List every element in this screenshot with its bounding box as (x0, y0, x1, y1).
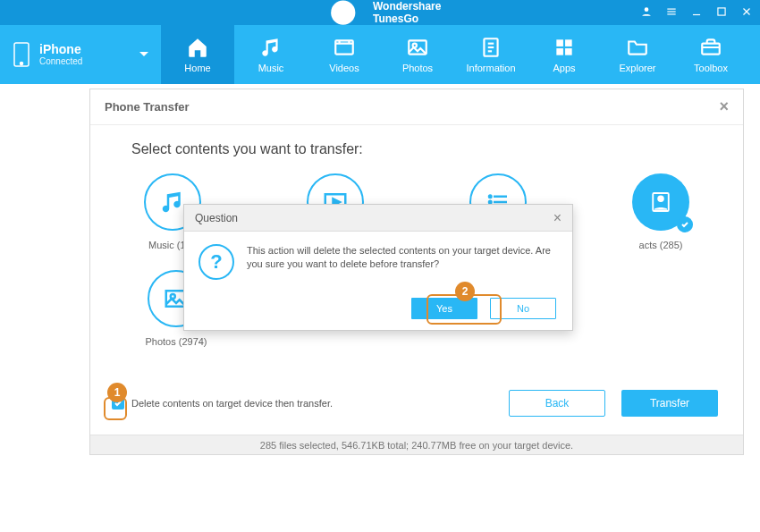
svg-point-10 (21, 63, 23, 65)
status-text: 285 files selected, 546.71KB total; 240.… (260, 440, 573, 451)
close-icon[interactable] (740, 5, 753, 21)
nav-home[interactable]: Home (161, 25, 234, 84)
nav-music[interactable]: Music (234, 25, 308, 84)
svg-point-28 (489, 201, 492, 204)
home-icon (186, 36, 209, 59)
status-bar: 285 files selected, 546.71KB total; 240.… (90, 435, 743, 454)
menu-icon[interactable] (665, 5, 678, 21)
svg-rect-18 (556, 39, 563, 46)
svg-point-27 (489, 196, 492, 198)
nav-label: Videos (329, 63, 359, 73)
check-badge-icon (677, 216, 693, 232)
nav-label: Apps (553, 63, 575, 73)
delete-before-transfer-option[interactable]: Delete contents on target device then tr… (112, 397, 333, 410)
delete-option-label: Delete contents on target device then tr… (131, 398, 333, 409)
nav-information[interactable]: Information (454, 25, 528, 84)
question-dialog: Question × ? This action will delete the… (183, 204, 573, 331)
chevron-down-icon (139, 50, 148, 59)
device-status: Connected (39, 56, 82, 66)
info-icon (479, 36, 502, 59)
minimize-icon[interactable] (690, 5, 703, 21)
nav-explorer[interactable]: Explorer (601, 25, 674, 84)
nav-apps[interactable]: Apps (528, 25, 601, 84)
phone-icon (13, 41, 30, 68)
category-label: Photos (2974) (145, 336, 207, 347)
app-logo-icon (319, 0, 367, 37)
transfer-button[interactable]: Transfer (621, 390, 718, 417)
music-icon (259, 36, 283, 59)
svg-point-1 (645, 7, 649, 12)
user-icon[interactable] (640, 5, 653, 21)
nav-label: Explorer (620, 63, 656, 73)
panel-title: Phone Transfer (105, 100, 190, 114)
panel-heading: Select contents you want to transfer: (131, 141, 702, 157)
maximize-icon[interactable] (715, 5, 728, 21)
svg-rect-19 (565, 39, 572, 46)
app-title-text: Wondershare TunesGo (373, 0, 441, 25)
no-button[interactable]: No (490, 298, 556, 319)
device-selector[interactable]: iPhone Connected (0, 25, 161, 84)
dialog-message: This action will delete the selected con… (247, 244, 558, 280)
svg-rect-2 (667, 8, 675, 9)
category-label: acts (285) (639, 240, 683, 250)
question-mark-icon: ? (198, 244, 234, 280)
dialog-title: Question (195, 212, 238, 224)
dialog-close-icon[interactable]: × (553, 210, 562, 226)
nav-label: Home (184, 63, 210, 73)
device-name: iPhone (39, 43, 82, 56)
folder-icon (626, 36, 649, 59)
svg-point-29 (657, 196, 664, 203)
nav-label: Music (258, 63, 284, 73)
svg-rect-6 (718, 7, 725, 14)
checkbox-checked-icon[interactable] (112, 397, 124, 410)
back-button[interactable]: Back (509, 390, 605, 417)
apps-icon (553, 36, 576, 59)
category-contacts[interactable]: acts (285) (620, 173, 702, 250)
nav-toolbox[interactable]: Toolbox (674, 25, 747, 84)
videos-icon (333, 36, 356, 59)
svg-rect-3 (667, 11, 675, 12)
svg-rect-21 (565, 48, 572, 55)
nav-label: Photos (402, 63, 433, 73)
nav-label: Toolbox (694, 63, 728, 73)
toolbox-icon (699, 36, 722, 59)
svg-rect-4 (667, 13, 675, 14)
contacts-category-icon (647, 189, 674, 215)
yes-button[interactable]: Yes (411, 298, 477, 319)
svg-rect-20 (556, 48, 563, 55)
panel-close-icon[interactable]: × (719, 97, 729, 116)
window-titlebar: Wondershare TunesGo (0, 0, 760, 25)
photos-icon (406, 36, 429, 59)
svg-rect-22 (702, 44, 720, 55)
nav-label: Information (466, 63, 515, 73)
music-category-icon (159, 189, 186, 215)
app-title: Wondershare TunesGo (319, 0, 442, 37)
svg-point-0 (331, 0, 355, 24)
